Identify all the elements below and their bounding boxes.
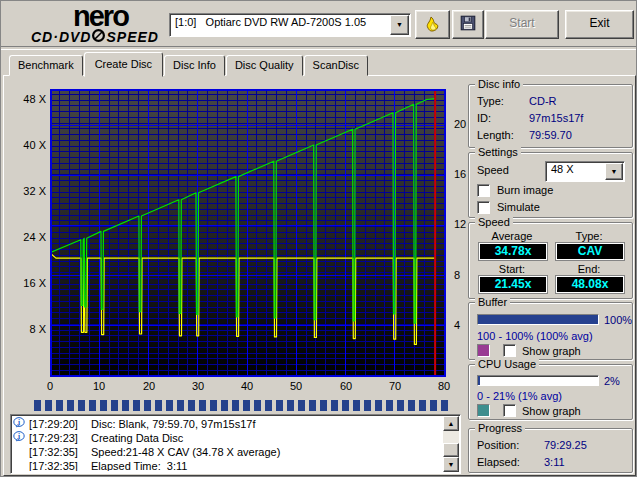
scrollbar-thumb[interactable] — [443, 443, 459, 457]
disc-id-value: 97m15s17f — [529, 112, 583, 124]
simulate-checkbox[interactable] — [477, 201, 490, 214]
progress-segment — [397, 400, 404, 411]
speed-select[interactable]: 48 X ▼ — [545, 161, 625, 182]
cpu-usage-group: CPU Usage 2% 0 - 21% (1% avg) Show graph — [468, 364, 633, 420]
settings-group: Settings Speed 48 X ▼ Burn image Simulat… — [468, 152, 633, 218]
progress-segment — [364, 400, 371, 411]
left-axis-tick: 16 X — [12, 277, 46, 290]
progress-segment — [342, 400, 349, 411]
start-speed-display: 21.45x — [479, 276, 547, 293]
progress-segment — [56, 400, 63, 411]
log-timestamp: [17:29:23] — [29, 432, 91, 445]
buffer-series-swatch — [477, 344, 490, 357]
create-disc-page: 8 X16 X24 X32 X40 X48 X 48121620 0102030… — [3, 75, 636, 476]
progress-segment — [133, 400, 140, 411]
type-display: CAV — [556, 243, 624, 260]
progress-segment — [441, 400, 448, 411]
tab-benchmark[interactable]: Benchmark — [9, 55, 83, 76]
toolbar: nero CD·DVD SPEED [1:0] Optiarc DVD RW A… — [1, 1, 636, 46]
tab-create-disc[interactable]: Create Disc — [84, 52, 163, 77]
disc-type-label: Type: — [477, 95, 504, 107]
x-axis-tick: 40 — [235, 380, 259, 393]
disc-id-label: ID: — [477, 112, 491, 124]
scroll-down-button[interactable]: ▼ — [443, 457, 459, 472]
info-balloon-icon: i — [13, 431, 29, 446]
cpu-usage-legend: CPU Usage — [475, 358, 539, 371]
progress-segment — [221, 400, 228, 411]
progress-segment — [243, 400, 250, 411]
svg-text:i: i — [18, 431, 20, 440]
tab-scandisc[interactable]: ScanDisc — [304, 55, 368, 76]
progress-segment — [419, 400, 426, 411]
burn-image-label: Burn image — [497, 184, 553, 196]
progress-segment — [287, 400, 294, 411]
buffer-show-graph-checkbox[interactable] — [503, 344, 516, 357]
x-axis-tick: 60 — [334, 380, 358, 393]
log-message: Speed:21-48 X CAV (34.78 X average) — [91, 446, 280, 459]
log-entry[interactable]: i[17:29:23]Creating Data Disc — [13, 431, 442, 445]
buffer-percent: 100% — [604, 314, 632, 326]
progress-segment — [331, 400, 338, 411]
progress-segment — [188, 400, 195, 411]
end-speed-label: End: — [555, 263, 623, 275]
log-timestamp: [17:32:35] — [29, 460, 91, 472]
progress-segment — [276, 400, 283, 411]
chevron-down-icon[interactable]: ▼ — [605, 163, 623, 180]
x-axis-tick: 30 — [186, 380, 210, 393]
save-disk-icon — [459, 21, 477, 35]
progress-segment — [100, 400, 107, 411]
progress-segment — [210, 400, 217, 411]
scroll-up-button[interactable]: ▲ — [443, 416, 459, 431]
log-entry[interactable]: [17:32:35]Elapsed Time: 3:11 — [13, 459, 442, 471]
save-button[interactable] — [452, 10, 484, 39]
disc-info-group: Disc info Type: CD-R ID: 97m15s17f Lengt… — [468, 84, 633, 148]
x-axis-tick: 70 — [383, 380, 407, 393]
log-message: Creating Data Disc — [91, 432, 183, 445]
log-timestamp: [17:29:20] — [29, 418, 91, 431]
drive-select-value: [1:0] Optiarc DVD RW AD-7200S 1.05 — [175, 16, 366, 28]
buffer-legend: Buffer — [475, 296, 510, 309]
start-button[interactable]: Start — [485, 10, 559, 39]
log-scrollbar[interactable]: ▲ ▼ — [443, 416, 459, 472]
tab-disc-quality[interactable]: Disc Quality — [226, 55, 303, 76]
disc-type-value: CD-R — [529, 95, 557, 107]
progress-segment — [144, 400, 151, 411]
progress-segment — [408, 400, 415, 411]
burn-image-checkbox[interactable] — [477, 184, 490, 197]
cpu-show-graph-checkbox[interactable] — [503, 404, 516, 417]
left-axis-tick: 40 X — [12, 139, 46, 152]
burn-settings-button[interactable] — [415, 10, 450, 39]
speed-label: Speed — [477, 164, 509, 176]
log-entry[interactable]: [17:32:35]Speed:21-48 X CAV (34.78 X ave… — [13, 445, 442, 459]
elapsed-label: Elapsed: — [477, 456, 520, 468]
info-balloon-icon: i — [13, 417, 29, 432]
elapsed-value: 3:11 — [544, 456, 565, 468]
progress-segment — [309, 400, 316, 411]
buffer-group: Buffer 100% 100 - 100% (100% avg) Show g… — [468, 302, 633, 360]
logo-text-speed: CD·DVD SPEED — [31, 29, 191, 44]
progress-segment — [254, 400, 261, 411]
x-axis-tick: 80 — [432, 380, 456, 393]
left-axis-tick: 48 X — [12, 93, 46, 106]
chevron-down-icon[interactable]: ▼ — [390, 15, 409, 35]
tab-strip: BenchmarkCreate DiscDisc InfoDisc Qualit… — [9, 52, 369, 76]
progress-segment — [265, 400, 272, 411]
progress-legend: Progress — [475, 422, 525, 435]
progress-segment — [320, 400, 327, 411]
speed-group: Speed Average Type: 34.78x CAV Start: En… — [468, 222, 633, 299]
log-entry[interactable]: i[17:29:20]Disc: Blank, 79:59.70, 97m15s… — [13, 417, 442, 431]
log-message: Disc: Blank, 79:59.70, 97m15s17f — [91, 418, 255, 431]
start-speed-label: Start: — [479, 263, 545, 275]
log-listbox[interactable]: i[17:29:20]Disc: Blank, 79:59.70, 97m15s… — [10, 414, 461, 474]
average-speed-display: 34.78x — [479, 243, 547, 260]
tab-disc-info[interactable]: Disc Info — [164, 55, 225, 76]
log-timestamp: [17:32:35] — [29, 446, 91, 459]
write-speed-chart — [50, 89, 446, 377]
disc-info-legend: Disc info — [475, 78, 523, 91]
scroll-down-icon: ▼ — [448, 461, 455, 468]
drive-select[interactable]: [1:0] Optiarc DVD RW AD-7200S 1.05 ▼ — [169, 13, 411, 37]
exit-button[interactable]: Exit — [565, 10, 634, 39]
x-axis-tick: 0 — [38, 380, 62, 393]
progress-segment — [232, 400, 239, 411]
end-speed-display: 48.08x — [556, 276, 624, 293]
